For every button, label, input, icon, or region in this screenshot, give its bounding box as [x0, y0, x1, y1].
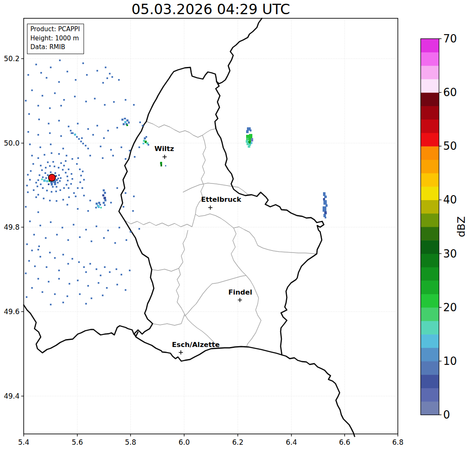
radar-echo-pixel — [25, 206, 27, 208]
radar-echo-pixel — [249, 134, 252, 138]
radar-echo-pixel — [70, 183, 72, 185]
radar-echo-pixel — [37, 134, 39, 136]
radar-echo-pixel — [25, 273, 27, 274]
radar-echo-pixel — [60, 135, 62, 137]
radar-echo-pixel — [29, 144, 31, 145]
radar-echo-pixel — [27, 174, 29, 176]
city-label: Esch/Alzette — [172, 341, 220, 349]
radar-echo-pixel — [133, 196, 135, 197]
colorbar-segment — [421, 348, 439, 362]
radar-echo-pixel — [75, 196, 76, 197]
radar-echo-pixel — [63, 165, 65, 166]
radar-echo-pixel — [48, 183, 49, 185]
radar-echo-pixel — [143, 143, 144, 144]
radar-echo-pixel — [77, 187, 79, 189]
radar-echo-pixel — [26, 296, 27, 298]
colorbar-tick-label: 40 — [443, 193, 457, 206]
radar-echo-pixel — [105, 67, 106, 68]
radar-echo-pixel — [56, 234, 58, 235]
radar-echo-pixel — [83, 266, 85, 268]
radar-echo-pixel — [39, 256, 41, 258]
radar-echo-pixel — [100, 207, 102, 208]
radar-echo-pixel — [66, 155, 67, 156]
radar-echo-pixel — [79, 181, 81, 183]
radar-echo-pixel — [148, 144, 149, 146]
x-axis: 5.45.65.86.06.26.46.66.8 — [18, 434, 403, 446]
radar-echo-pixel — [38, 245, 40, 247]
radar-echo-pixel — [74, 134, 76, 136]
colorbar-segment — [421, 173, 439, 187]
radar-echo-pixel — [91, 297, 92, 299]
radar-echo-pixel — [58, 278, 60, 280]
radar-echo-pixel — [95, 207, 97, 208]
colorbar-segment — [421, 92, 439, 106]
colorbar-segment — [421, 294, 439, 307]
colorbar-segment — [421, 307, 439, 321]
radar-echo-pixel — [103, 202, 105, 204]
radar-echo-pixel — [73, 224, 74, 226]
y-axis: 50.250.049.849.649.4 — [4, 55, 24, 400]
radar-echo-pixel — [112, 155, 114, 156]
city-label: Wiltz — [154, 145, 174, 153]
city-marker — [238, 298, 242, 302]
x-tick-label: 5.8 — [125, 438, 136, 446]
radar-echo-pixel — [74, 96, 76, 97]
product-info-line: Height: 1000 m — [30, 34, 80, 43]
radar-echo-pixel — [82, 143, 84, 144]
radar-echo-pixel — [31, 287, 33, 289]
radar-echo-pixel — [81, 137, 83, 139]
radar-echo-pixel — [103, 237, 105, 239]
radar-echo-pixel — [40, 72, 42, 74]
radar-echo-pixel — [125, 289, 126, 291]
radar-echo-pixel — [85, 303, 87, 305]
radar-echo-pixel — [73, 192, 75, 194]
radar-echo-pixel — [107, 130, 109, 131]
radar-echo-pixel — [103, 189, 105, 191]
city-label: Findel — [228, 288, 252, 296]
colorbar-segment — [421, 186, 439, 200]
radar-echo-pixel — [27, 191, 29, 193]
canton-border-line — [176, 230, 220, 349]
radar-echo-pixel — [58, 120, 60, 121]
radar-echo-pixel — [85, 145, 86, 146]
radar-echo-pixel — [124, 121, 126, 123]
radar-echo-pixel — [82, 171, 84, 172]
radar-echo-pixel — [44, 154, 45, 156]
radar-echo-pixel — [67, 180, 69, 181]
radar-echo-pixel — [37, 186, 38, 187]
canton-border-line — [152, 268, 179, 271]
colorbar-segment — [421, 106, 439, 119]
radar-echo-pixel — [85, 271, 87, 273]
radar-echo-pixel — [25, 100, 27, 102]
radar-echo-pixel — [46, 190, 48, 191]
radar-echo-pixel — [69, 283, 70, 285]
radar-echo-pixel — [30, 170, 32, 172]
radar-echo-pixel — [67, 176, 68, 177]
radar-echo-pixel — [160, 164, 162, 166]
radar-echo-pixel — [98, 202, 100, 204]
radar-echo-pixel — [98, 282, 99, 284]
colorbar-segment — [421, 200, 439, 213]
radar-echo-pixel — [109, 73, 111, 74]
radar-echo-pixel — [37, 105, 39, 107]
radar-echo-pixel — [62, 148, 64, 149]
radar-echo-pixel — [67, 71, 68, 72]
radar-echo-pixel — [49, 132, 51, 134]
radar-echo-pixel — [113, 101, 115, 103]
radar-echo-pixel — [63, 99, 65, 101]
radar-echo-pixel — [60, 105, 62, 107]
radar-echo-pixel — [116, 127, 118, 129]
belgium-germany-border — [217, 18, 262, 84]
radar-echo-pixel — [59, 189, 61, 191]
radar-echo-pixel — [41, 178, 43, 180]
x-tick-label: 6.2 — [232, 438, 243, 446]
plot-frame — [24, 18, 398, 434]
radar-echo-pixel — [43, 198, 44, 199]
radar-echo-pixel — [31, 250, 33, 251]
radar-echo-pixel — [246, 130, 249, 133]
canton-borders — [125, 121, 317, 349]
radar-echo-pixel — [133, 104, 135, 106]
radar-echo-pixel — [92, 134, 94, 136]
figure-title: 05.03.2026 04:29 UTC — [24, 1, 398, 17]
colorbar-tick-label: 0 — [443, 409, 450, 421]
